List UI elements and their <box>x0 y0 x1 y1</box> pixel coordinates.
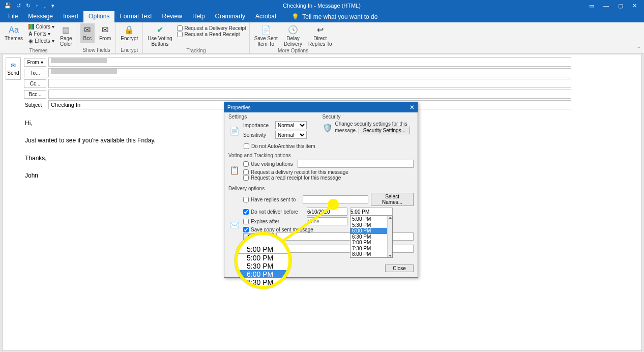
cc-picker-button[interactable]: Cc... <box>24 79 46 88</box>
no-autoarchive-label: Do not AutoArchive this item <box>251 143 315 149</box>
ribbon-group-show-fields: ✉Bcc ✉From Show Fields <box>77 22 116 53</box>
direct-replies-button[interactable]: ↩Direct Replies To <box>307 23 334 48</box>
tab-format-text[interactable]: Format Text <box>114 11 157 22</box>
arrow-up-icon[interactable]: ↑ <box>36 3 39 9</box>
read-receipt-dlg-checkbox[interactable]: Request a read receipt for this message <box>243 175 414 181</box>
dnd-time-combo[interactable]: 5:00 PM 5:30 PM 6:00 PM 6:30 PM 7:00 PM … <box>350 208 393 216</box>
effects-label: Effects <box>35 38 50 44</box>
have-replies-label: Have replies sent to <box>251 197 296 202</box>
delivery-receipt-checkbox[interactable]: Request a Delivery Receipt <box>177 25 246 31</box>
read-receipt-dlg-label: Request a read receipt for this message <box>251 175 341 181</box>
save-sent-item-button[interactable]: 📄Save Sent Item To <box>253 23 279 48</box>
contacts-field[interactable] <box>276 232 414 241</box>
time-option[interactable]: 8:00 PM <box>350 251 392 257</box>
time-option-selected[interactable]: 6:00 PM <box>350 228 392 234</box>
select-names-button[interactable]: Select Names... <box>371 193 414 206</box>
delivery-receipt-dlg-checkbox[interactable]: Request a delivery receipt for this mess… <box>243 169 414 175</box>
redacted-to <box>51 69 117 74</box>
dialog-titlebar[interactable]: Properties ✕ <box>224 102 418 112</box>
bcc-picker-button[interactable]: Bcc... <box>24 90 46 99</box>
page-color-button[interactable]: ▤ Page Color <box>58 23 74 48</box>
expires-after-label: Expires after <box>251 219 279 224</box>
shield-icon: 🛡️ <box>323 122 333 134</box>
encrypt-button[interactable]: 🔒Encrypt <box>119 23 139 43</box>
tell-me-search[interactable]: 💡 Tell me what you want to do <box>291 11 377 22</box>
from-picker-button[interactable]: From ▾ <box>24 58 46 67</box>
save-icon[interactable]: 💾 <box>4 3 11 9</box>
bcc-button[interactable]: ✉Bcc <box>80 23 95 43</box>
tab-insert[interactable]: Insert <box>58 11 83 22</box>
delivery-icon: ✉️ <box>228 219 241 231</box>
bcc-field[interactable] <box>48 90 571 99</box>
importance-select[interactable]: Normal <box>275 121 307 129</box>
close-button[interactable]: Close <box>385 265 414 272</box>
voting-buttons-button[interactable]: ✔Use Voting Buttons <box>146 23 173 48</box>
ribbon: Aa Themes Colors▾ AFonts▾ ◉Effects▾ ▤ Pa… <box>0 22 644 54</box>
minimize-icon[interactable]: — <box>603 3 609 9</box>
to-field[interactable] <box>48 68 571 77</box>
dnd-time-field[interactable] <box>350 208 393 216</box>
dnd-date-field[interactable] <box>307 208 347 216</box>
time-option[interactable]: 5:30 PM <box>350 222 392 228</box>
ribbon-group-more-options: 📄Save Sent Item To 🕓Delay Delivery ↩Dire… <box>250 22 337 53</box>
arrow-down-icon[interactable]: ↓ <box>44 3 47 9</box>
dialog-title: Properties <box>227 105 251 110</box>
tab-file[interactable]: File <box>3 11 23 22</box>
effects-button[interactable]: ◉Effects▾ <box>27 38 55 44</box>
themes-button[interactable]: Aa Themes <box>3 23 24 43</box>
delay-icon: 🕓 <box>287 24 299 36</box>
cc-field[interactable] <box>48 79 571 88</box>
categories-field[interactable] <box>276 245 414 253</box>
annotation-magnifier: 5:00 PM 5:00 PM 5:30 PM 6:00 PM 6:30 PM <box>235 232 291 289</box>
no-autoarchive-checkbox[interactable]: Do not AutoArchive this item <box>228 143 414 149</box>
time-option[interactable]: 6:30 PM <box>350 234 392 240</box>
security-settings-button[interactable]: Security Settings... <box>359 127 410 134</box>
tab-grammarly[interactable]: Grammarly <box>210 11 250 22</box>
tab-review[interactable]: Review <box>157 11 187 22</box>
sensitivity-select[interactable]: Normal <box>275 131 307 139</box>
close-window-icon[interactable]: ✕ <box>632 3 637 9</box>
use-voting-checkbox[interactable]: Use voting buttons <box>243 161 293 167</box>
send-button[interactable]: ✉ Send <box>6 57 21 80</box>
collapse-ribbon-icon[interactable]: ⌃ <box>636 46 641 52</box>
dialog-close-icon[interactable]: ✕ <box>409 104 415 111</box>
group-label-tracking: Tracking <box>146 48 246 54</box>
ribbon-display-icon[interactable]: ▭ <box>589 3 594 9</box>
voting-tracking-header: Voting and Tracking options <box>228 153 414 158</box>
read-receipt-label: Request a Read Receipt <box>185 32 240 37</box>
colors-button[interactable]: Colors▾ <box>27 23 55 30</box>
palette-icon <box>28 24 34 30</box>
to-picker-button[interactable]: To... <box>24 69 46 77</box>
expires-date-field[interactable] <box>307 217 347 225</box>
from-field[interactable] <box>48 57 571 67</box>
lightbulb-icon: 💡 <box>291 13 299 20</box>
dnd-before-checkbox[interactable]: Do not deliver before <box>243 209 304 215</box>
maximize-icon[interactable]: ▢ <box>618 3 623 9</box>
qat-dropdown-icon[interactable]: ▾ <box>51 3 54 9</box>
redo-icon[interactable]: ↻ <box>26 3 31 9</box>
time-option[interactable]: 5:00 PM <box>350 216 392 222</box>
quick-access-toolbar: 💾 ↺ ↻ ↑ ↓ ▾ <box>4 3 54 9</box>
expires-after-checkbox[interactable]: Expires after <box>243 219 304 224</box>
fonts-button[interactable]: AFonts▾ <box>27 31 55 37</box>
from-button[interactable]: ✉From <box>98 23 112 43</box>
dnd-before-label: Do not deliver before <box>251 209 298 215</box>
themes-icon: Aa <box>8 24 19 36</box>
delay-delivery-button[interactable]: 🕓Delay Delivery <box>282 23 304 48</box>
tab-help[interactable]: Help <box>187 11 210 22</box>
time-option[interactable]: 7:00 PM <box>350 240 392 246</box>
undo-icon[interactable]: ↺ <box>16 3 21 9</box>
bcc-icon: ✉ <box>82 24 93 36</box>
from-label: From <box>99 36 111 42</box>
tab-acrobat[interactable]: Acrobat <box>250 11 281 22</box>
time-option[interactable]: 7:30 PM <box>350 246 392 252</box>
colors-label: Colors <box>36 24 50 30</box>
read-receipt-checkbox[interactable]: Request a Read Receipt <box>177 32 246 37</box>
voting-options-field[interactable] <box>298 160 414 168</box>
tab-options[interactable]: Options <box>83 11 114 22</box>
tab-message[interactable]: Message <box>23 11 58 22</box>
dropdown-scrollbar[interactable] <box>387 216 392 257</box>
direct-replies-icon: ↩ <box>314 24 326 36</box>
have-replies-checkbox[interactable]: Have replies sent to <box>243 197 300 202</box>
redacted-from <box>51 58 107 63</box>
